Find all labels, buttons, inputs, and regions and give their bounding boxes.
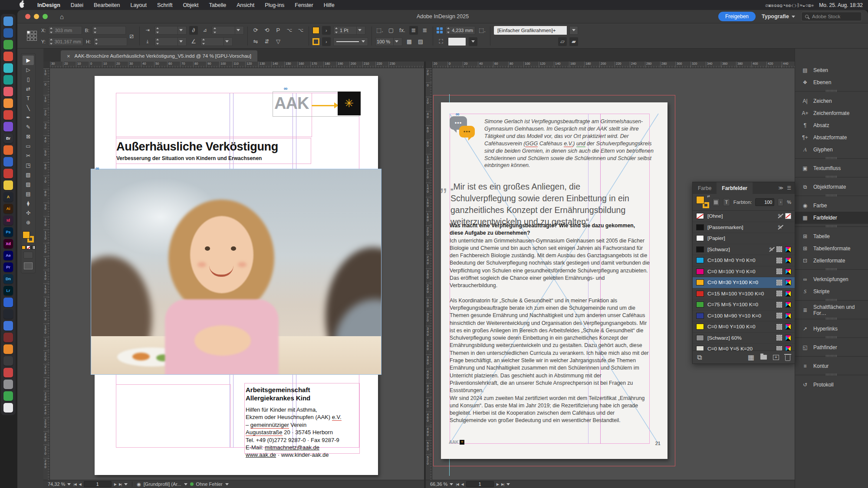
relink-up-icon[interactable]: ⌥ bbox=[285, 26, 294, 35]
swatch-row[interactable]: C=100 M=0 Y=0 K=0 ✎ bbox=[693, 255, 795, 266]
rotate-ccw-button[interactable]: ⟲ bbox=[263, 26, 271, 35]
dock-app-icon[interactable]: Ps bbox=[3, 227, 13, 237]
panel-menu-icon[interactable]: ☰ bbox=[787, 185, 791, 191]
reference-point-proxy[interactable] bbox=[27, 31, 37, 41]
menu-status-icon[interactable]: ▣ bbox=[768, 3, 771, 8]
menu-item[interactable]: Schrift bbox=[152, 2, 178, 8]
fill-proxy-swatch[interactable] bbox=[696, 196, 704, 204]
link-badge-icon[interactable]: ∞ bbox=[284, 86, 288, 91]
dock-app-icon[interactable]: Dn bbox=[3, 274, 13, 284]
zoom-level-control[interactable]: 74,32 % bbox=[48, 481, 71, 487]
menu-item[interactable]: Bearbeiten bbox=[89, 2, 125, 8]
vertical-ruler[interactable]: 2002040608010012014016018020022024026028… bbox=[426, 68, 432, 480]
hand-tool[interactable]: ✣ bbox=[23, 208, 34, 218]
gap-tool[interactable]: ⇄ bbox=[23, 84, 34, 94]
panel-dock-item[interactable]: ⊞ Tabellenformate bbox=[795, 242, 868, 255]
frame-options-button[interactable]: ▢ bbox=[387, 26, 395, 35]
dock-app-icon[interactable]: Ai bbox=[3, 204, 13, 213]
dock-app-icon[interactable] bbox=[3, 145, 13, 155]
preflight-status[interactable]: Ohne Fehler bbox=[196, 481, 223, 487]
link-badge-icon[interactable]: ∞ bbox=[456, 112, 460, 116]
show-swatch-kinds-icon[interactable]: ⧉ bbox=[697, 354, 702, 361]
delete-swatch-icon[interactable] bbox=[785, 355, 790, 361]
color-themes-icon[interactable]: ▦ bbox=[748, 353, 754, 361]
panel-dock-item[interactable]: A| Zeichen bbox=[795, 95, 868, 107]
scale-y-field[interactable] bbox=[155, 37, 187, 46]
formatting-affects-text-button[interactable]: T bbox=[723, 198, 730, 206]
menu-item[interactable]: Tabelle bbox=[204, 2, 232, 8]
screen-mode-button[interactable] bbox=[24, 262, 33, 269]
preflight-link-icon[interactable]: ◉ bbox=[137, 481, 141, 487]
line-tool[interactable]: ╲ bbox=[23, 103, 34, 113]
dock-app-icon[interactable]: Xd bbox=[3, 239, 13, 249]
y-field[interactable]: 301,167 mm bbox=[48, 37, 83, 46]
dock-app-icon[interactable]: Lr bbox=[3, 286, 13, 295]
direct-selection-tool[interactable]: ▷ bbox=[23, 65, 34, 75]
preflight-profile[interactable]: [Grundprofil] (Ar... bbox=[144, 481, 181, 487]
eyedropper-tool[interactable]: ⧫ bbox=[23, 199, 34, 208]
ruler-origin-corner[interactable] bbox=[426, 62, 432, 68]
apple-menu-icon[interactable] bbox=[20, 2, 24, 8]
stock-search[interactable] bbox=[801, 12, 862, 21]
close-window-button[interactable] bbox=[25, 14, 30, 19]
free-transform-tool[interactable]: ◳ bbox=[23, 160, 34, 170]
fill-stroke-proxy[interactable]: ⇄ bbox=[696, 196, 709, 208]
stock-search-input[interactable] bbox=[811, 13, 855, 20]
collapse-panel-icon[interactable]: ≫ bbox=[779, 185, 784, 191]
panel-dock-item[interactable]: ▦ Farbfelder bbox=[795, 212, 868, 224]
note-tool[interactable]: ▤ bbox=[23, 189, 34, 199]
panel-dock-item[interactable]: S Skripte bbox=[795, 285, 868, 298]
dock-app-icon[interactable]: A bbox=[3, 192, 13, 202]
menu-status-icon[interactable]: ✳ bbox=[811, 3, 814, 8]
stroke-type-dropdown[interactable] bbox=[333, 37, 368, 46]
fill-proxy-swatch[interactable] bbox=[23, 231, 30, 239]
rotate-cw-button[interactable]: ⟳ bbox=[251, 26, 260, 35]
menu-status-icon[interactable]: ◎ bbox=[774, 3, 777, 8]
tab-farbe[interactable]: Farbe bbox=[693, 182, 717, 194]
preset-field[interactable] bbox=[448, 37, 466, 46]
dock-app-icon[interactable] bbox=[3, 122, 13, 131]
opacity-field[interactable]: 100 % bbox=[375, 37, 402, 46]
dock-app-icon[interactable] bbox=[3, 180, 13, 190]
next-page-button[interactable]: ▶ bbox=[114, 482, 116, 486]
x-field[interactable]: 303 mm bbox=[48, 26, 82, 35]
panel-dock-item[interactable]: ▣ Textumfluss bbox=[795, 162, 868, 174]
swatch-row[interactable]: C=0 M=100 Y=0 K=0 ✎ bbox=[693, 266, 795, 278]
dock-app-icon[interactable] bbox=[3, 333, 13, 342]
gradient-feather-tool[interactable]: ▨ bbox=[23, 180, 34, 189]
dock-app-icon[interactable]: Pr bbox=[3, 262, 13, 272]
panel-dock-item[interactable]: ⊡ Zellenformate bbox=[795, 255, 868, 267]
ruler-origin-corner[interactable] bbox=[43, 62, 50, 68]
contact-block[interactable]: Arbeitsgemeinschaft Allergiekrankes Kind… bbox=[246, 386, 362, 459]
vertical-ruler[interactable]: 1001020304050607080901001101201301401501… bbox=[43, 68, 50, 480]
dock-app-icon[interactable] bbox=[3, 28, 13, 38]
formatting-container-button[interactable] bbox=[23, 252, 33, 259]
menu-status-icon[interactable]: ⟨⟩ bbox=[791, 3, 797, 8]
dock-app-icon[interactable] bbox=[3, 87, 13, 96]
horizontal-ruler[interactable]: 3020100102030405060708090100110120130140… bbox=[50, 62, 424, 68]
menu-item[interactable]: Ansicht bbox=[231, 2, 260, 8]
preset-dropdown-button[interactable] bbox=[469, 37, 477, 46]
clear-transform-button[interactable]: ▽ bbox=[274, 37, 283, 46]
menu-clock[interactable]: Mo. 25. Aug. 18:32 bbox=[819, 2, 863, 8]
first-page-button[interactable]: |◀ bbox=[456, 482, 458, 486]
dock-app-icon[interactable] bbox=[3, 298, 13, 307]
last-page-button[interactable]: ▶| bbox=[119, 482, 122, 486]
apply-gradient-button[interactable] bbox=[31, 246, 35, 249]
panel-options-button[interactable]: ▰ bbox=[569, 37, 578, 46]
menu-status-icon[interactable]: Ⓐ bbox=[779, 3, 783, 8]
pencil-tool[interactable]: ✎ bbox=[23, 122, 34, 132]
brochure-title[interactable]: Außerhäusliche Verköstigung bbox=[116, 140, 278, 154]
dock-app-icon[interactable] bbox=[3, 380, 13, 389]
new-group-folder-icon[interactable] bbox=[760, 355, 767, 360]
swatch-row[interactable]: [Ohne] ✎ bbox=[693, 211, 795, 222]
last-page-button[interactable]: ▶| bbox=[501, 482, 504, 486]
menu-item[interactable]: Datei bbox=[66, 2, 89, 8]
height-field[interactable] bbox=[93, 37, 127, 46]
object-style-dropdown[interactable]: [Einfacher Grafikrahmen]+ bbox=[494, 26, 567, 35]
corner-shape-button[interactable]: ⬚. bbox=[478, 26, 487, 35]
dock-app-icon[interactable] bbox=[3, 75, 13, 85]
menu-item[interactable]: Hilfe bbox=[319, 2, 340, 8]
dock-app-icon[interactable] bbox=[3, 368, 13, 377]
dock-app-icon[interactable] bbox=[3, 169, 13, 178]
